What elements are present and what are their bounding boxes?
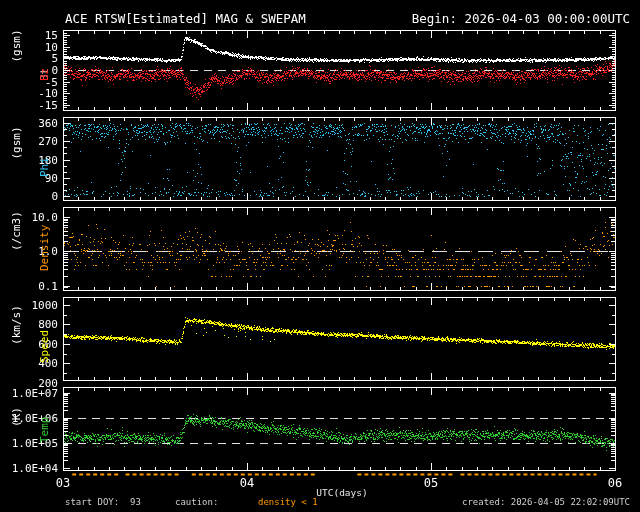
y-axis-title-part: Density (38, 225, 51, 271)
x-tick-label-03: 03 (47, 476, 79, 490)
y-axis-units-density: (/cm3) (10, 211, 23, 251)
y-tick-label-density-0.1: 0.1 (0, 280, 58, 293)
footer-start-doy: start DOY: 93 (65, 497, 141, 507)
y-axis-title-part: Bz (38, 68, 51, 81)
y-tick-label-phi-0: 0 (0, 190, 58, 203)
plot-canvas (0, 0, 640, 512)
x-tick-label-06: 06 (599, 476, 631, 490)
y-tick-label-temp-1.0E+04: 1.0E+04 (0, 462, 58, 475)
y-axis-units-phi: (gsm) (10, 126, 23, 159)
y-axis-units-bt-bz: (gsm) (10, 29, 23, 62)
begin-timestamp: Begin: 2026-04-03 00:00:00UTC (412, 11, 630, 26)
footer-created-timestamp: created: 2026-04-05 22:02:09UTC (462, 497, 630, 507)
ace-rtsw-plot-window: ACE RTSW[Estimated] MAG & SWEPAM Begin: … (0, 0, 640, 512)
y-axis-title-part: Temp (38, 417, 51, 444)
y-tick-label-bt-bz--15: -15 (0, 99, 58, 112)
y-axis-units-temp: (K) (10, 407, 23, 427)
y-axis-title-part: Speed (38, 330, 51, 363)
y-axis-title-part: Phi (38, 157, 51, 177)
y-tick-label-temp-1.0E+07: 1.0E+07 (0, 387, 58, 400)
plot-title: ACE RTSW[Estimated] MAG & SWEPAM (65, 11, 306, 26)
x-tick-label-04: 04 (231, 476, 263, 490)
footer-caution-value: density < 1 (258, 497, 318, 507)
footer-caution-label: caution: (175, 497, 218, 507)
x-tick-label-05: 05 (415, 476, 447, 490)
y-axis-units-speed: (km/s) (10, 305, 23, 345)
